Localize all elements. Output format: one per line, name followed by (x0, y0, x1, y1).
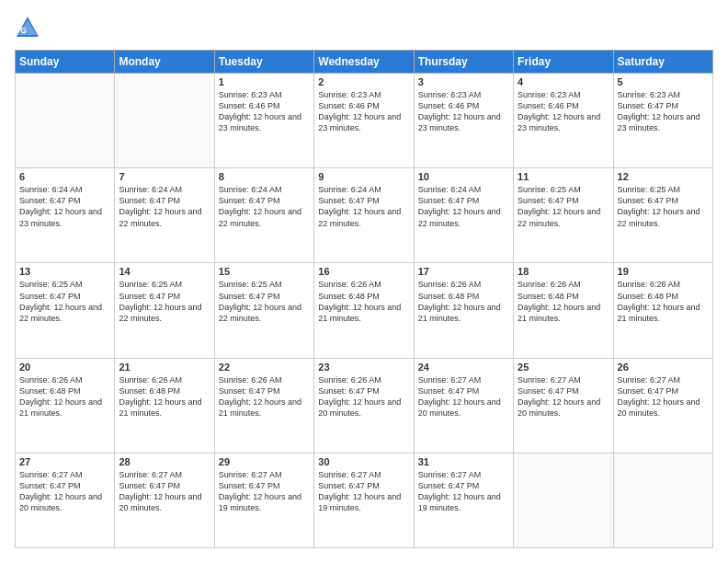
calendar-cell: 4Sunrise: 6:23 AMSunset: 6:46 PMDaylight… (514, 74, 613, 168)
day-number: 1 (219, 76, 310, 87)
day-info: Sunrise: 6:26 AMSunset: 6:47 PMDaylight:… (318, 374, 409, 419)
day-number: 17 (418, 266, 509, 277)
day-info: Sunrise: 6:26 AMSunset: 6:48 PMDaylight:… (618, 279, 709, 324)
header: G (15, 15, 713, 40)
weekday-header-friday: Friday (514, 51, 613, 74)
day-info: Sunrise: 6:23 AMSunset: 6:46 PMDaylight:… (518, 89, 609, 134)
day-number: 6 (19, 171, 110, 182)
day-info: Sunrise: 6:27 AMSunset: 6:47 PMDaylight:… (19, 469, 110, 514)
day-number: 3 (418, 76, 509, 87)
weekday-header-saturday: Saturday (613, 51, 712, 74)
calendar-cell: 29Sunrise: 6:27 AMSunset: 6:47 PMDayligh… (214, 453, 313, 547)
day-info: Sunrise: 6:27 AMSunset: 6:47 PMDaylight:… (418, 469, 509, 514)
calendar-cell: 9Sunrise: 6:24 AMSunset: 6:47 PMDaylight… (314, 168, 414, 263)
day-number: 12 (618, 171, 709, 182)
day-number: 18 (518, 266, 609, 277)
weekday-header-tuesday: Tuesday (214, 51, 313, 74)
day-info: Sunrise: 6:24 AMSunset: 6:47 PMDaylight:… (318, 184, 409, 229)
day-info: Sunrise: 6:25 AMSunset: 6:47 PMDaylight:… (119, 279, 210, 324)
calendar-cell: 5Sunrise: 6:23 AMSunset: 6:47 PMDaylight… (613, 74, 712, 168)
calendar-cell: 1Sunrise: 6:23 AMSunset: 6:46 PMDaylight… (214, 74, 313, 168)
day-info: Sunrise: 6:26 AMSunset: 6:48 PMDaylight:… (19, 374, 110, 419)
day-number: 15 (219, 266, 310, 277)
calendar-cell: 27Sunrise: 6:27 AMSunset: 6:47 PMDayligh… (16, 453, 115, 547)
calendar-cell: 16Sunrise: 6:26 AMSunset: 6:48 PMDayligh… (314, 263, 414, 358)
calendar-cell: 23Sunrise: 6:26 AMSunset: 6:47 PMDayligh… (314, 358, 414, 453)
day-info: Sunrise: 6:27 AMSunset: 6:47 PMDaylight:… (518, 374, 609, 419)
day-number: 10 (418, 171, 509, 182)
day-info: Sunrise: 6:23 AMSunset: 6:47 PMDaylight:… (618, 89, 709, 134)
day-number: 20 (19, 362, 110, 373)
day-info: Sunrise: 6:27 AMSunset: 6:47 PMDaylight:… (618, 374, 709, 419)
weekday-header-monday: Monday (115, 51, 214, 74)
day-info: Sunrise: 6:27 AMSunset: 6:47 PMDaylight:… (219, 469, 310, 514)
day-info: Sunrise: 6:24 AMSunset: 6:47 PMDaylight:… (418, 184, 509, 229)
day-number: 2 (318, 76, 409, 87)
day-number: 7 (119, 171, 210, 182)
calendar-cell: 26Sunrise: 6:27 AMSunset: 6:47 PMDayligh… (613, 358, 712, 453)
day-number: 27 (19, 456, 110, 467)
calendar-cell: 17Sunrise: 6:26 AMSunset: 6:48 PMDayligh… (414, 263, 513, 358)
calendar-cell: 25Sunrise: 6:27 AMSunset: 6:47 PMDayligh… (514, 358, 613, 453)
calendar-cell: 12Sunrise: 6:25 AMSunset: 6:47 PMDayligh… (613, 168, 712, 263)
day-number: 26 (618, 362, 709, 373)
calendar-week-1: 1Sunrise: 6:23 AMSunset: 6:46 PMDaylight… (16, 74, 713, 168)
day-info: Sunrise: 6:24 AMSunset: 6:47 PMDaylight:… (19, 184, 110, 229)
calendar-cell: 11Sunrise: 6:25 AMSunset: 6:47 PMDayligh… (514, 168, 613, 263)
day-info: Sunrise: 6:27 AMSunset: 6:47 PMDaylight:… (418, 374, 509, 419)
calendar-week-5: 27Sunrise: 6:27 AMSunset: 6:47 PMDayligh… (16, 453, 713, 547)
calendar-cell: 21Sunrise: 6:26 AMSunset: 6:48 PMDayligh… (115, 358, 214, 453)
calendar-cell: 14Sunrise: 6:25 AMSunset: 6:47 PMDayligh… (115, 263, 214, 358)
calendar-cell: 6Sunrise: 6:24 AMSunset: 6:47 PMDaylight… (16, 168, 115, 263)
day-info: Sunrise: 6:26 AMSunset: 6:48 PMDaylight:… (318, 279, 409, 324)
day-number: 8 (219, 171, 310, 182)
day-info: Sunrise: 6:23 AMSunset: 6:46 PMDaylight:… (219, 89, 310, 134)
calendar-cell: 8Sunrise: 6:24 AMSunset: 6:47 PMDaylight… (214, 168, 313, 263)
day-number: 24 (418, 362, 509, 373)
calendar-cell (514, 453, 613, 547)
day-number: 14 (119, 266, 210, 277)
calendar-cell: 30Sunrise: 6:27 AMSunset: 6:47 PMDayligh… (314, 453, 414, 547)
calendar-cell: 18Sunrise: 6:26 AMSunset: 6:48 PMDayligh… (514, 263, 613, 358)
calendar-week-4: 20Sunrise: 6:26 AMSunset: 6:48 PMDayligh… (16, 358, 713, 453)
calendar-cell: 24Sunrise: 6:27 AMSunset: 6:47 PMDayligh… (414, 358, 513, 453)
logo: G (15, 15, 42, 40)
day-number: 21 (119, 362, 210, 373)
svg-text:G: G (20, 26, 27, 35)
day-number: 25 (518, 362, 609, 373)
day-number: 13 (19, 266, 110, 277)
day-info: Sunrise: 6:24 AMSunset: 6:47 PMDaylight:… (219, 184, 310, 229)
calendar-cell (115, 74, 214, 168)
calendar-week-2: 6Sunrise: 6:24 AMSunset: 6:47 PMDaylight… (16, 168, 713, 263)
calendar-cell: 28Sunrise: 6:27 AMSunset: 6:47 PMDayligh… (115, 453, 214, 547)
weekday-header-row: SundayMondayTuesdayWednesdayThursdayFrid… (16, 51, 713, 74)
day-info: Sunrise: 6:25 AMSunset: 6:47 PMDaylight:… (219, 279, 310, 324)
calendar-cell (16, 74, 115, 168)
day-info: Sunrise: 6:26 AMSunset: 6:48 PMDaylight:… (518, 279, 609, 324)
calendar-week-3: 13Sunrise: 6:25 AMSunset: 6:47 PMDayligh… (16, 263, 713, 358)
calendar-cell: 20Sunrise: 6:26 AMSunset: 6:48 PMDayligh… (16, 358, 115, 453)
calendar-cell (613, 453, 712, 547)
calendar-cell: 13Sunrise: 6:25 AMSunset: 6:47 PMDayligh… (16, 263, 115, 358)
logo-icon: G (15, 15, 40, 40)
day-number: 5 (618, 76, 709, 87)
calendar-cell: 22Sunrise: 6:26 AMSunset: 6:47 PMDayligh… (214, 358, 313, 453)
page: G SundayMondayTuesdayWednesdayThursdayFr… (0, 0, 728, 563)
day-info: Sunrise: 6:23 AMSunset: 6:46 PMDaylight:… (318, 89, 409, 134)
weekday-header-thursday: Thursday (414, 51, 513, 74)
calendar-cell: 3Sunrise: 6:23 AMSunset: 6:46 PMDaylight… (414, 74, 513, 168)
day-number: 4 (518, 76, 609, 87)
day-number: 22 (219, 362, 310, 373)
day-number: 11 (518, 171, 609, 182)
day-info: Sunrise: 6:23 AMSunset: 6:46 PMDaylight:… (418, 89, 509, 134)
day-number: 28 (119, 456, 210, 467)
day-number: 30 (318, 456, 409, 467)
weekday-header-sunday: Sunday (16, 51, 115, 74)
day-number: 19 (618, 266, 709, 277)
day-info: Sunrise: 6:25 AMSunset: 6:47 PMDaylight:… (19, 279, 110, 324)
calendar-cell: 31Sunrise: 6:27 AMSunset: 6:47 PMDayligh… (414, 453, 513, 547)
calendar-cell: 10Sunrise: 6:24 AMSunset: 6:47 PMDayligh… (414, 168, 513, 263)
day-number: 16 (318, 266, 409, 277)
day-number: 29 (219, 456, 310, 467)
calendar-table: SundayMondayTuesdayWednesdayThursdayFrid… (15, 50, 713, 548)
